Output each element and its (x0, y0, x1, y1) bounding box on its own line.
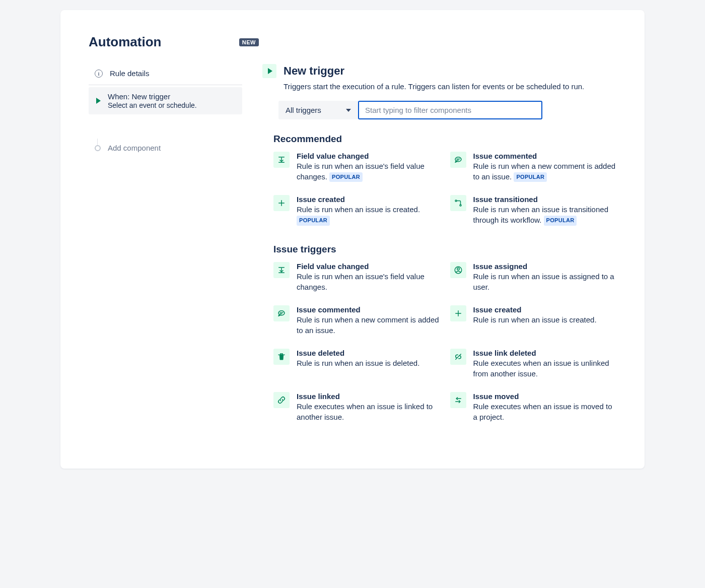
trigger-description: Rule executes when an issue is unlinked … (473, 358, 617, 379)
trigger-description: Rule is run when an issue's field value … (297, 271, 440, 292)
trigger-title: Issue created (297, 195, 440, 204)
trigger-description: Rule is run when a new comment is added … (473, 161, 617, 182)
trigger-title: Field value changed (297, 152, 440, 160)
trigger-card[interactable]: Field value changedRule is run when an i… (273, 152, 440, 182)
sidebar-item-new-trigger[interactable]: When: New trigger Select an event or sch… (89, 87, 242, 114)
link-icon (273, 392, 290, 408)
main-title: New trigger (284, 64, 344, 78)
trigger-card-body: Issue deletedRule is run when an issue i… (297, 349, 440, 379)
trigger-card-body: Issue createdRule is run when an issue i… (473, 305, 617, 336)
trigger-card[interactable]: Issue assignedRule is run when an issue … (450, 262, 617, 292)
field-change-icon (273, 152, 290, 168)
trigger-card-body: Issue createdRule is run when an issue i… (297, 195, 440, 225)
trigger-card-body: Field value changedRule is run when an i… (297, 152, 440, 182)
trigger-card[interactable]: Issue transitionedRule is run when an is… (450, 195, 617, 225)
sidebar-item-rule-details[interactable]: i Rule details (89, 64, 242, 83)
sidebar-item-title: When: New trigger (108, 92, 236, 101)
plus-icon (273, 195, 290, 211)
person-icon (450, 262, 466, 278)
trash-icon (273, 349, 290, 365)
svg-point-14 (457, 268, 459, 270)
trigger-card-body: Issue transitionedRule is run when an is… (473, 195, 617, 225)
trigger-category-select[interactable]: All triggers (278, 101, 358, 119)
chevron-down-icon (346, 109, 351, 112)
info-icon: i (95, 70, 103, 78)
trigger-description: Rule is run when a new comment is added … (297, 314, 440, 336)
main-header: New trigger (262, 64, 616, 78)
transition-icon (450, 195, 466, 211)
popular-tag: POPULAR (544, 216, 577, 225)
play-icon (96, 98, 101, 104)
section-title: Recommended (273, 134, 616, 145)
trigger-card-body: Issue linkedRule executes when an issue … (297, 392, 440, 422)
field-change-icon (273, 262, 290, 278)
sidebar: i Rule details When: New trigger Select … (89, 64, 242, 440)
trigger-title: Issue moved (473, 392, 617, 401)
trigger-title: Issue link deleted (473, 349, 617, 357)
trigger-grid: Field value changedRule is run when an i… (273, 262, 616, 422)
trigger-description: Rule is run when an issue is created. (473, 314, 617, 325)
trigger-card-body: Issue commentedRule is run when a new co… (297, 305, 440, 336)
header: Automation NEW (89, 34, 616, 50)
trigger-description: Rule executes when an issue is linked to… (297, 401, 440, 422)
popular-tag: POPULAR (297, 216, 330, 225)
trigger-description: Rule is run when an issue is created. PO… (297, 204, 440, 225)
trigger-grid: Field value changedRule is run when an i… (273, 152, 616, 226)
filter-row: All triggers (278, 101, 616, 119)
circle-icon (95, 145, 101, 151)
trigger-description: Rule is run when an issue is transitione… (473, 204, 617, 225)
main-description: Triggers start the execution of a rule. … (284, 82, 616, 91)
automation-panel: Automation NEW i Rule details When: New … (60, 10, 645, 469)
popular-tag: POPULAR (329, 172, 363, 182)
trigger-title: Issue transitioned (473, 195, 617, 204)
trigger-card-body: Issue link deletedRule executes when an … (473, 349, 617, 379)
sidebar-item-sub: Select an event or schedule. (108, 101, 236, 109)
main-content: New trigger Triggers start the execution… (262, 64, 616, 440)
trigger-description: Rule is run when an issue is deleted. (297, 358, 440, 368)
trigger-card[interactable]: Issue createdRule is run when an issue i… (450, 305, 617, 336)
trigger-card-body: Issue movedRule executes when an issue i… (473, 392, 617, 422)
popular-tag: POPULAR (514, 172, 547, 182)
trigger-card[interactable]: Issue commentedRule is run when a new co… (450, 152, 617, 182)
select-label: All triggers (286, 106, 321, 114)
trigger-title: Issue created (473, 305, 617, 314)
comment-icon (273, 305, 290, 321)
trigger-card-body: Issue commentedRule is run when a new co… (473, 152, 617, 182)
page-title: Automation (89, 34, 161, 50)
divider (89, 85, 242, 85)
trigger-description: Rule executes when an issue is moved to … (473, 401, 617, 422)
search-input[interactable] (358, 101, 542, 119)
add-component-button[interactable]: Add component (95, 139, 242, 157)
trigger-title: Field value changed (297, 262, 440, 271)
trigger-title: Issue assigned (473, 262, 617, 271)
trigger-card-body: Field value changedRule is run when an i… (297, 262, 440, 292)
trigger-card[interactable]: Issue createdRule is run when an issue i… (273, 195, 440, 225)
new-badge: NEW (239, 38, 259, 46)
trigger-title: Issue commented (473, 152, 617, 160)
play-icon (268, 68, 272, 74)
sidebar-item-label: Rule details (110, 69, 149, 78)
trigger-title: Issue linked (297, 392, 440, 401)
section-title: Issue triggers (273, 244, 616, 255)
trigger-card[interactable]: Issue deletedRule is run when an issue i… (273, 349, 440, 379)
trigger-description: Rule is run when an issue's field value … (297, 161, 440, 182)
trigger-description: Rule is run when an issue is assigned to… (473, 271, 617, 292)
trigger-title: Issue deleted (297, 349, 440, 357)
comment-icon (450, 152, 466, 168)
trigger-card[interactable]: Issue commentedRule is run when a new co… (273, 305, 440, 336)
trigger-card[interactable]: Issue linkedRule executes when an issue … (273, 392, 440, 422)
move-icon (450, 392, 466, 408)
plus-icon (450, 305, 466, 321)
trigger-card[interactable]: Issue link deletedRule executes when an … (450, 349, 617, 379)
add-component-label: Add component (108, 144, 161, 152)
trigger-title: Issue commented (297, 305, 440, 314)
trigger-icon-box (262, 64, 276, 78)
trigger-card[interactable]: Field value changedRule is run when an i… (273, 262, 440, 292)
unlink-icon (450, 349, 466, 365)
trigger-card-body: Issue assignedRule is run when an issue … (473, 262, 617, 292)
trigger-card[interactable]: Issue movedRule executes when an issue i… (450, 392, 617, 422)
